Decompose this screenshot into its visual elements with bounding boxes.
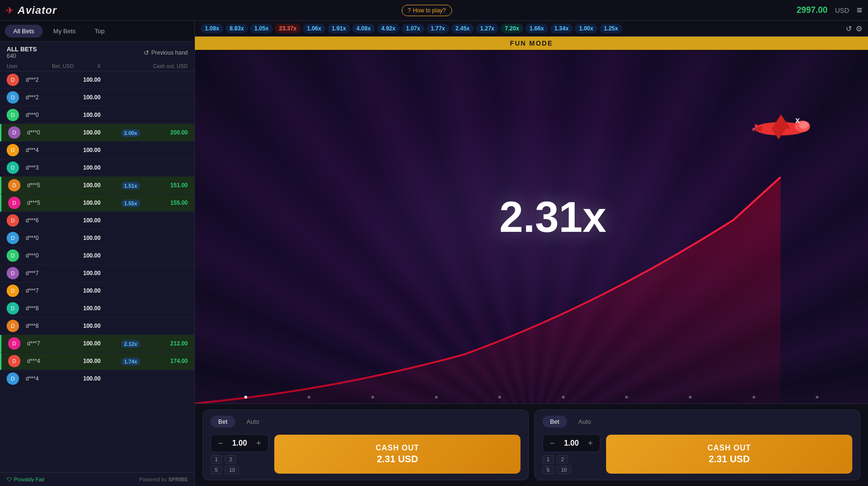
avatar: D bbox=[7, 144, 19, 156]
multiplier-pill[interactable]: 1.25x bbox=[599, 24, 622, 33]
multiplier-pill[interactable]: 4.92x bbox=[377, 24, 400, 33]
left-panel: All Bets My Bets Top ALL BETS 640 ↺ Prev… bbox=[0, 21, 195, 486]
avatar: D bbox=[8, 126, 20, 139]
bet-panel-left: Bet Auto − 1.00 + 1 2 bbox=[203, 410, 529, 480]
tab-my-bets[interactable]: My Bets bbox=[45, 25, 84, 38]
avatar: D bbox=[7, 214, 19, 227]
quick-bets-right: 1 2 5 10 bbox=[542, 455, 600, 474]
previous-hand-button[interactable]: ↺ Previous hand bbox=[144, 49, 188, 57]
multiplier-cell: 2.00x bbox=[121, 129, 150, 136]
avatar: D bbox=[7, 267, 19, 279]
menu-button[interactable]: ≡ bbox=[857, 5, 862, 16]
multiplier-bar: 1.08x8.83x1.05x23.37x1.06x1.91x4.08x4.92… bbox=[195, 21, 868, 37]
multiplier-pill[interactable]: 4.08x bbox=[352, 24, 375, 33]
how-to-play-label: How to play? bbox=[413, 7, 445, 14]
multiplier-pill[interactable]: 1.77x bbox=[426, 24, 449, 33]
username: d***7 bbox=[27, 340, 83, 347]
table-row: D d***3 100.00 bbox=[0, 159, 194, 177]
main-container: All Bets My Bets Top ALL BETS 640 ↺ Prev… bbox=[0, 21, 868, 486]
tabs-bar: All Bets My Bets Top bbox=[0, 21, 194, 42]
username: d***7 bbox=[26, 287, 83, 294]
multiplier-pill[interactable]: 7.20x bbox=[501, 24, 523, 33]
multiplier-pill[interactable]: 1.34x bbox=[550, 24, 573, 33]
username: d***7 bbox=[26, 270, 83, 276]
multiplier-pill[interactable]: 8.83x bbox=[225, 24, 248, 33]
avatar: D bbox=[7, 302, 19, 314]
col-bet: Bet, USD bbox=[52, 63, 97, 69]
multiplier-pill[interactable]: 2.45x bbox=[451, 24, 474, 33]
shield-icon: 🛡 bbox=[7, 476, 12, 482]
tab-all-bets[interactable]: All Bets bbox=[5, 25, 43, 38]
multiplier-pill[interactable]: 1.06x bbox=[303, 24, 326, 33]
multiplier-badge: 2.00x bbox=[121, 129, 140, 137]
panel-right-tabs: Bet Auto bbox=[542, 416, 852, 428]
multiplier-cell: 1.74x bbox=[121, 358, 150, 365]
cashout-cell: 200.00 bbox=[150, 129, 188, 136]
multiplier-pill[interactable]: 1.08x bbox=[201, 24, 223, 33]
multiplier-pill[interactable]: 1.00x bbox=[575, 24, 598, 33]
panel-right-body: − 1.00 + 1 2 5 10 bbox=[542, 434, 852, 474]
how-to-play-button[interactable]: ? How to play? bbox=[402, 5, 452, 16]
tab-top[interactable]: Top bbox=[86, 25, 113, 38]
bet-input-group-right: − 1.00 + bbox=[542, 434, 600, 452]
multiplier-pill[interactable]: 1.66x bbox=[525, 24, 548, 33]
bets-columns-header: User Bet, USD X Cash out, USD bbox=[0, 61, 194, 71]
bar-actions: ↺ ⚙ bbox=[846, 24, 862, 33]
panel-right-tab-bet[interactable]: Bet bbox=[542, 416, 567, 428]
bar-history-button[interactable]: ↺ bbox=[846, 24, 852, 33]
quick-bet-10-left[interactable]: 10 bbox=[225, 466, 239, 474]
username: d***5 bbox=[27, 182, 83, 189]
multiplier-pill[interactable]: 23.37x bbox=[275, 24, 301, 33]
progress-dot bbox=[244, 396, 247, 399]
panel-left-tabs: Bet Auto bbox=[211, 416, 521, 428]
increase-bet-right-button[interactable]: + bbox=[586, 438, 595, 448]
multiplier-pill[interactable]: 1.07x bbox=[402, 24, 424, 33]
cashout-label-right: CASH OUT bbox=[617, 443, 841, 453]
quick-bet-2-left[interactable]: 2 bbox=[225, 455, 236, 464]
previous-hand-label: Previous hand bbox=[151, 49, 188, 56]
bet-amount: 100.00 bbox=[83, 270, 121, 276]
bar-settings-button[interactable]: ⚙ bbox=[856, 24, 862, 33]
multiplier-pill[interactable]: 1.27x bbox=[476, 24, 499, 33]
cashout-button-left[interactable]: CASH OUT 2.31 USD bbox=[274, 435, 521, 474]
quick-bet-5-left[interactable]: 5 bbox=[211, 466, 222, 474]
cashout-label-left: CASH OUT bbox=[286, 443, 509, 453]
bets-count: 640 bbox=[7, 53, 37, 59]
bet-amount: 100.00 bbox=[83, 112, 121, 118]
avatar: D bbox=[8, 179, 20, 191]
avatar: D bbox=[8, 337, 20, 350]
panel-left-tab-bet[interactable]: Bet bbox=[211, 416, 235, 428]
username: d***4 bbox=[26, 147, 83, 153]
multiplier-pill[interactable]: 1.91x bbox=[328, 24, 350, 33]
cashout-currency-left: USD bbox=[398, 454, 418, 464]
progress-dot bbox=[625, 396, 628, 399]
avatar: D bbox=[7, 109, 19, 121]
provably-fair-label: Provably Fair bbox=[14, 476, 45, 482]
quick-bet-10-right[interactable]: 10 bbox=[557, 466, 571, 474]
table-row: D d***0 100.00 bbox=[0, 229, 194, 247]
cashout-amount-right: 2.31 bbox=[709, 454, 727, 464]
quick-bet-1-left[interactable]: 1 bbox=[211, 455, 222, 464]
header-right: 2997.00 USD ≡ bbox=[797, 5, 862, 16]
increase-bet-left-button[interactable]: + bbox=[254, 438, 263, 448]
panel-left-tab-auto[interactable]: Auto bbox=[239, 416, 267, 428]
quick-bet-5-right[interactable]: 5 bbox=[542, 466, 554, 474]
bet-value-right: 1.00 bbox=[562, 439, 581, 448]
logo-text: Aviator bbox=[18, 4, 57, 17]
avatar: D bbox=[8, 197, 20, 209]
bet-input-group-left: − 1.00 + bbox=[211, 434, 269, 452]
multiplier-pill[interactable]: 1.05x bbox=[250, 24, 273, 33]
decrease-bet-left-button[interactable]: − bbox=[216, 438, 225, 448]
quick-bet-1-right[interactable]: 1 bbox=[542, 455, 554, 464]
logo-plane-icon: ✈ bbox=[6, 5, 14, 16]
panel-right-tab-auto[interactable]: Auto bbox=[571, 416, 599, 428]
quick-bets-left: 1 2 5 10 bbox=[211, 455, 269, 474]
bet-panel-right: Bet Auto − 1.00 + 1 2 bbox=[534, 410, 860, 480]
progress-dot bbox=[562, 396, 565, 399]
bet-value-left: 1.00 bbox=[230, 439, 249, 448]
decrease-bet-right-button[interactable]: − bbox=[548, 438, 557, 448]
username: d***4 bbox=[27, 358, 83, 364]
table-row: D d***5 100.00 1.55x 155.00 bbox=[0, 194, 194, 212]
cashout-button-right[interactable]: CASH OUT 2.31 USD bbox=[606, 435, 852, 474]
quick-bet-2-right[interactable]: 2 bbox=[557, 455, 568, 464]
